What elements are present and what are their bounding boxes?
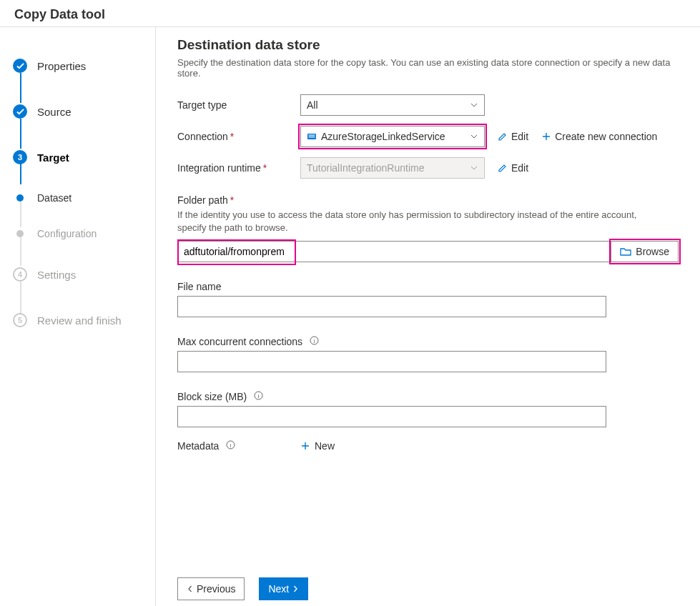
step-label: Source xyxy=(37,106,72,118)
step-source[interactable]: Source xyxy=(0,89,155,134)
row-integration-runtime: Integration runtime* TutorialIntegration… xyxy=(177,157,679,179)
label-max-conn: Max concurrent connections i xyxy=(177,336,679,347)
chevron-left-icon xyxy=(187,585,194,592)
label-block-size: Block size (MB) i xyxy=(177,391,679,402)
row-metadata: Metadata i New xyxy=(177,440,679,452)
create-connection-button[interactable]: Create new connection xyxy=(541,131,657,142)
chevron-right-icon xyxy=(292,585,299,592)
checkmark-icon xyxy=(13,59,27,73)
step-connector xyxy=(20,202,21,227)
info-icon[interactable]: i xyxy=(226,440,235,449)
step-dataset[interactable]: Dataset xyxy=(0,180,155,216)
step-settings[interactable]: 4 Settings xyxy=(0,252,155,297)
svg-text:i: i xyxy=(258,393,260,399)
plus-icon xyxy=(541,131,551,141)
edit-connection-button[interactable]: Edit xyxy=(498,131,528,142)
folder-icon xyxy=(620,247,631,257)
chevron-down-icon xyxy=(470,164,478,172)
integration-runtime-select[interactable]: TutorialIntegrationRuntime xyxy=(300,157,485,179)
checkmark-icon xyxy=(13,104,27,119)
tool-title: Copy Data tool xyxy=(0,0,700,27)
chevron-down-icon xyxy=(470,101,478,109)
plus-icon xyxy=(300,441,310,451)
svg-rect-1 xyxy=(309,135,315,136)
target-type-select[interactable]: All xyxy=(300,94,485,116)
page-subtitle: Specify the destination data store for t… xyxy=(177,57,679,79)
target-type-value: All xyxy=(307,99,318,111)
step-connector xyxy=(20,237,21,266)
label-file-name: File name xyxy=(177,281,679,292)
step-label: Target xyxy=(37,152,69,164)
step-number-icon: 3 xyxy=(13,150,27,164)
pencil-icon xyxy=(498,163,508,173)
svg-rect-2 xyxy=(309,136,315,137)
label-target-type: Target type xyxy=(177,99,300,111)
step-connector xyxy=(20,73,21,103)
folder-path-input[interactable] xyxy=(177,241,611,262)
step-label: Dataset xyxy=(37,192,72,204)
help-folder-path: If the identity you use to access the da… xyxy=(177,209,664,234)
step-connector xyxy=(20,119,21,149)
browse-button[interactable]: Browse xyxy=(611,241,679,262)
add-metadata-button[interactable]: New xyxy=(300,440,335,452)
step-label: Properties xyxy=(37,60,86,72)
edit-runtime-button[interactable]: Edit xyxy=(498,162,528,174)
wizard-sidebar: Properties Source 3 Target Dataset Confi… xyxy=(0,27,156,606)
step-label: Review and finish xyxy=(37,314,122,327)
row-folder-path: Browse xyxy=(177,241,679,262)
row-target-type: Target type All xyxy=(177,94,679,116)
next-button[interactable]: Next xyxy=(259,577,308,600)
info-icon[interactable]: i xyxy=(310,336,319,345)
step-target[interactable]: 3 Target xyxy=(0,134,155,180)
svg-text:i: i xyxy=(314,338,315,344)
connection-select[interactable]: AzureStorageLinkedService xyxy=(300,126,485,147)
body: Properties Source 3 Target Dataset Confi… xyxy=(0,27,700,606)
step-label: Settings xyxy=(37,269,76,281)
connection-value: AzureStorageLinkedService xyxy=(321,131,445,142)
integration-runtime-value: TutorialIntegrationRuntime xyxy=(307,162,424,174)
previous-button[interactable]: Previous xyxy=(177,577,245,600)
dot-icon xyxy=(16,230,24,237)
main-panel: Destination data store Specify the desti… xyxy=(156,27,700,606)
label-connection: Connection* xyxy=(177,131,300,142)
step-configuration[interactable]: Configuration xyxy=(0,216,155,252)
label-metadata: Metadata i xyxy=(177,440,300,452)
page-title: Destination data store xyxy=(177,37,679,53)
file-name-input[interactable] xyxy=(177,296,606,317)
storage-icon xyxy=(307,131,317,141)
max-conn-input[interactable] xyxy=(177,351,606,372)
step-label: Configuration xyxy=(37,228,97,239)
block-size-input[interactable] xyxy=(177,406,606,427)
pencil-icon xyxy=(498,131,508,141)
svg-text:i: i xyxy=(230,442,232,449)
step-connector xyxy=(20,163,21,184)
label-folder-path: Folder path* xyxy=(177,194,679,206)
chevron-down-icon xyxy=(470,132,478,141)
info-icon[interactable]: i xyxy=(254,391,263,400)
step-connector xyxy=(20,282,21,314)
wizard-footer: Previous Next xyxy=(177,563,679,600)
step-number-icon: 5 xyxy=(13,313,27,327)
step-number-icon: 4 xyxy=(13,267,27,282)
step-properties[interactable]: Properties xyxy=(0,43,155,89)
dot-icon xyxy=(16,194,24,202)
label-integration-runtime: Integration runtime* xyxy=(177,162,300,174)
row-connection: Connection* AzureStorageLinkedService Ed… xyxy=(177,126,679,147)
step-review[interactable]: 5 Review and finish xyxy=(0,297,155,343)
